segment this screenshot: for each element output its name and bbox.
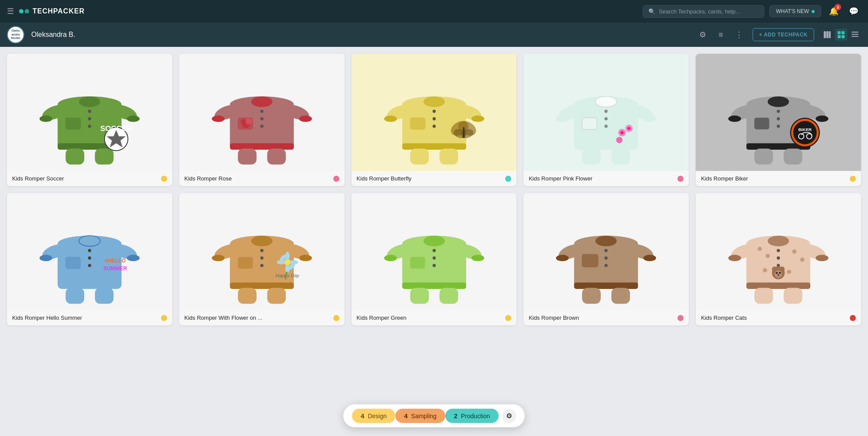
sort-icon[interactable]: ≡ <box>716 28 726 42</box>
filter-icon[interactable]: ⚙ <box>697 27 709 42</box>
svg-rect-160 <box>582 288 601 304</box>
svg-rect-25 <box>66 118 80 129</box>
workspace-avatar: Oleks andra Studio <box>7 26 24 43</box>
column-view-button[interactable] <box>821 29 833 41</box>
status-bar: 4 Design 4 Sampling 2 Production ⚙ <box>343 404 525 427</box>
svg-rect-5 <box>838 35 841 38</box>
production-status[interactable]: 2 Production <box>445 409 499 423</box>
svg-point-162 <box>605 249 608 252</box>
svg-point-42 <box>245 118 252 125</box>
svg-rect-123 <box>230 282 294 289</box>
design-status[interactable]: 4 Design <box>352 409 395 423</box>
svg-point-22 <box>88 110 91 113</box>
techpack-card[interactable]: Kids Romper Butterfly <box>352 54 517 186</box>
status-dot <box>161 176 167 182</box>
svg-point-144 <box>471 255 484 261</box>
svg-point-39 <box>260 125 263 128</box>
svg-point-73 <box>605 117 608 120</box>
messages-button[interactable]: 💬 <box>846 4 861 19</box>
whats-new-button[interactable]: WHAT'S NEW <box>769 5 821 17</box>
card-footer: Kids Romper Pink Flower <box>523 171 689 186</box>
svg-point-23 <box>88 117 91 120</box>
svg-rect-161 <box>612 288 630 304</box>
svg-point-188 <box>775 270 782 278</box>
card-footer: Kids Romper Hello Summer <box>7 310 172 325</box>
svg-point-176 <box>777 249 780 252</box>
svg-point-111 <box>88 256 91 259</box>
svg-point-38 <box>260 117 263 120</box>
techpack-card[interactable]: Kids Romper Brown <box>523 193 689 325</box>
card-footer: Kids Romper Rose <box>179 171 345 186</box>
svg-point-107 <box>127 255 139 261</box>
status-dot <box>677 176 684 182</box>
search-bar[interactable]: 🔍 Search Techpacks, cards, help... <box>643 5 764 18</box>
card-image: SOCCER <box>7 54 172 171</box>
svg-point-105 <box>39 255 52 261</box>
svg-point-122 <box>299 255 312 261</box>
card-name: Kids Romper Cats <box>701 315 746 321</box>
techpack-card[interactable]: Kids Romper Green <box>352 193 517 325</box>
more-options-icon[interactable]: ⋮ <box>733 27 746 42</box>
svg-rect-34 <box>230 143 294 150</box>
hamburger-icon[interactable]: ☰ <box>7 7 14 16</box>
logo-dots <box>19 9 29 13</box>
techpack-card[interactable]: Kids Romper Cats <box>696 193 861 325</box>
status-dot <box>850 315 856 321</box>
svg-point-78 <box>616 137 623 143</box>
card-name: Kids Romper Hello Summer <box>12 315 82 321</box>
logo-dot-green <box>19 9 23 13</box>
card-footer: Kids Romper Cats <box>696 310 861 325</box>
card-image <box>523 193 689 310</box>
techpack-card[interactable]: Kids Romper Rose <box>179 54 345 186</box>
notifications-button[interactable]: 🔔 3 <box>826 4 841 19</box>
card-image: #HELLO SUMMER <box>7 193 172 310</box>
svg-point-31 <box>212 115 224 122</box>
svg-text:BIKER: BIKER <box>799 127 812 132</box>
techpack-card[interactable]: #HELLO SUMMER Kids Romper Hello Summer <box>7 193 172 325</box>
grid-view-button[interactable] <box>835 29 847 41</box>
design-label: Design <box>368 413 387 420</box>
card-footer: Kids Romper Brown <box>523 310 689 325</box>
svg-text:#HELLO: #HELLO <box>105 258 126 264</box>
svg-rect-36 <box>267 148 286 164</box>
svg-point-177 <box>777 256 780 259</box>
svg-rect-108 <box>66 288 84 304</box>
svg-rect-3 <box>838 31 841 34</box>
svg-rect-4 <box>842 31 845 34</box>
status-dot <box>161 315 167 321</box>
svg-point-120 <box>212 255 224 261</box>
svg-point-181 <box>792 249 796 254</box>
svg-point-179 <box>758 247 762 251</box>
svg-rect-129 <box>238 257 253 269</box>
techpack-card[interactable]: Kids Romper Pink Flower <box>523 54 689 186</box>
svg-point-103 <box>79 236 100 246</box>
svg-point-182 <box>800 258 805 262</box>
logo: TECHPACKER <box>19 7 85 15</box>
svg-point-148 <box>432 249 435 252</box>
svg-rect-159 <box>574 282 638 289</box>
svg-rect-0 <box>824 31 826 38</box>
svg-rect-19 <box>95 148 114 164</box>
status-settings-icon[interactable]: ⚙ <box>502 409 516 423</box>
techpack-card[interactable]: SOCCER Kids Romper Soccer <box>7 54 172 186</box>
add-techpack-button[interactable]: + ADD TECHPACK <box>753 28 814 41</box>
svg-rect-57 <box>410 118 425 129</box>
techpack-card[interactable]: BIKER Kids Romper Biker <box>696 54 861 186</box>
svg-point-43 <box>240 119 246 124</box>
search-placeholder: Search Techpacks, cards, help... <box>659 8 740 15</box>
svg-rect-165 <box>582 254 598 267</box>
svg-point-110 <box>88 249 91 252</box>
sampling-status[interactable]: 4 Sampling <box>395 409 445 423</box>
svg-point-180 <box>766 254 770 258</box>
techpack-card[interactable]: Happy Day Kids Romper With Flower on ... <box>179 193 345 325</box>
list-view-button[interactable] <box>849 29 861 41</box>
svg-point-163 <box>605 256 608 259</box>
svg-rect-174 <box>754 288 773 304</box>
svg-point-55 <box>432 117 435 120</box>
svg-rect-75 <box>582 118 597 129</box>
status-dot <box>850 176 856 182</box>
svg-point-56 <box>432 125 435 128</box>
whats-new-label: WHAT'S NEW <box>776 8 809 14</box>
card-image <box>352 54 517 171</box>
svg-rect-113 <box>66 257 80 269</box>
